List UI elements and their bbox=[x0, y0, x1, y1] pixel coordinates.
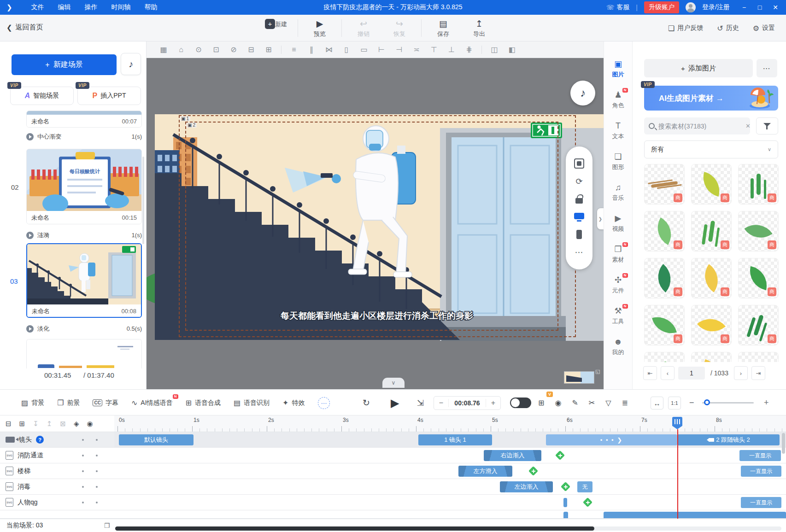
transition-row[interactable]: 涟漪1(s) bbox=[26, 229, 142, 241]
layer-tool-button[interactable]: ∿ AI情感语音 N bbox=[131, 398, 173, 407]
track-row[interactable]: SVG 消毒 bbox=[0, 479, 114, 495]
phone-view-icon[interactable] bbox=[574, 229, 584, 240]
timeline-clip[interactable] bbox=[528, 466, 538, 476]
smart-scene-button[interactable]: A智能场景 bbox=[10, 87, 74, 105]
zoom-in-button[interactable]: + bbox=[764, 390, 769, 416]
toolbar-action-button[interactable]: ▶预览 bbox=[302, 17, 338, 38]
track-row[interactable]: 镜头 ? bbox=[0, 432, 114, 448]
close-button[interactable]: ✕ bbox=[768, 4, 783, 11]
last-page-button[interactable]: ⇥ bbox=[751, 366, 765, 380]
timeline-clip[interactable]: 左边渐入 bbox=[500, 481, 553, 492]
replay-button[interactable]: ↻ bbox=[363, 390, 370, 416]
timeline-clip[interactable]: 默认镜头 bbox=[119, 434, 194, 445]
asset-tab[interactable]: ♫ 音乐 bbox=[604, 177, 633, 208]
scene-music-fab[interactable]: ♪ bbox=[570, 81, 595, 105]
asset-item[interactable]: 商 bbox=[738, 305, 779, 345]
canvas-workspace[interactable]: 每天都能看到他走遍小区楼层进行消杀工作的身影 ▣1 ▣2 ♪ ⟳ ⋯ ❯ ◱ ∨ bbox=[147, 58, 604, 389]
asset-item[interactable]: 商 bbox=[691, 305, 732, 345]
more-options-icon[interactable]: ⋯ bbox=[574, 247, 584, 257]
scene-card-2[interactable]: 每日核酸统计 未命名00:15 bbox=[26, 149, 142, 224]
settings-button[interactable]: ⚙设置 bbox=[753, 24, 775, 33]
asset-tab[interactable]: ✣ 元件 N bbox=[604, 269, 633, 300]
copy-icon[interactable]: ◫ bbox=[487, 45, 502, 54]
play-button[interactable]: ▶ bbox=[391, 390, 399, 416]
track-dot-button[interactable] bbox=[96, 470, 98, 472]
timeline-clip[interactable]: 1 镜头 1 bbox=[418, 434, 492, 445]
toolbar-action-button[interactable]: ↪恢复 bbox=[381, 17, 417, 38]
layer-tool-button[interactable]: ▤ 语音识别 bbox=[234, 398, 270, 407]
timeline-clip[interactable] bbox=[555, 450, 565, 460]
toolbar-action-button[interactable]: ↥导出 bbox=[461, 17, 497, 38]
layer-tool-button[interactable]: ❐ 前景 bbox=[57, 398, 80, 407]
filter-button[interactable] bbox=[756, 117, 778, 134]
asset-item[interactable]: 商 bbox=[738, 258, 779, 298]
more-button[interactable]: ⋯ bbox=[757, 59, 777, 77]
timeline-clip[interactable]: 一直显示 bbox=[739, 450, 781, 461]
actual-size-button[interactable]: 1:1 bbox=[668, 397, 681, 409]
lock-track-icon[interactable]: ◈ bbox=[74, 420, 79, 428]
track-lane[interactable]: 右边渐入 一直显示 bbox=[114, 448, 786, 463]
asset-item[interactable]: 商 bbox=[691, 258, 732, 298]
layer-tool-button[interactable]: ✦ 特效 bbox=[282, 398, 305, 407]
mini-preview[interactable] bbox=[564, 371, 594, 384]
ai-generate-banner[interactable]: AI生成图片素材 → bbox=[644, 86, 778, 111]
next-page-button[interactable]: › bbox=[734, 366, 748, 380]
menu-item[interactable]: 帮助 bbox=[138, 3, 164, 12]
fit-timeline-button[interactable]: ↔ bbox=[651, 397, 663, 409]
prev-page-button[interactable]: ‹ bbox=[661, 366, 675, 380]
current-time-value[interactable]: 00:08.76 bbox=[449, 399, 486, 407]
border-vertical-icon[interactable]: ▯ bbox=[339, 45, 354, 54]
transition-row[interactable]: 淡化0.5(s) bbox=[26, 322, 142, 335]
timeline-clip[interactable]: 无 bbox=[577, 481, 592, 492]
track-dot-button[interactable] bbox=[82, 486, 84, 488]
timeline-zoom-slider[interactable] bbox=[702, 402, 754, 403]
menu-item[interactable]: 时间轴 bbox=[105, 3, 138, 12]
monitor-view-icon[interactable] bbox=[574, 212, 584, 222]
asset-item[interactable]: 商 bbox=[644, 352, 685, 362]
track-row[interactable]: SVG 人物qg bbox=[0, 495, 114, 510]
asset-item[interactable]: 商 bbox=[644, 305, 685, 345]
timeline-clip[interactable]: • • • ❯ bbox=[546, 434, 677, 445]
asset-item[interactable]: 商 bbox=[691, 211, 732, 251]
edit-note-button[interactable]: ✎ bbox=[572, 398, 578, 407]
track-dot-button[interactable] bbox=[96, 502, 98, 503]
timeline-clip[interactable] bbox=[604, 512, 786, 519]
asset-item[interactable]: 商 bbox=[644, 164, 685, 205]
track-dot-button[interactable] bbox=[96, 455, 98, 456]
zoom-out-button[interactable]: − bbox=[689, 390, 694, 416]
align-middle-icon[interactable]: ≍ bbox=[409, 45, 424, 54]
track-lane-camera[interactable]: 默认镜头 1 镜头 1 • • • ❯ 2 跟随镜头 2 bbox=[114, 432, 786, 448]
paste-icon[interactable]: ◧ bbox=[504, 45, 520, 54]
insert-ppt-button[interactable]: P插入PPT bbox=[77, 87, 141, 105]
page-input[interactable]: 1 bbox=[678, 367, 705, 380]
move-to-scene-icon[interactable]: ⊟ bbox=[6, 420, 12, 428]
asset-item[interactable]: 商 bbox=[738, 352, 779, 362]
keyframe-button[interactable]: ⊞ bbox=[538, 398, 544, 407]
copy-scene-icon[interactable]: ❐ bbox=[104, 522, 110, 529]
asset-tab[interactable]: ❐ 素材 N bbox=[604, 239, 633, 269]
maximize-button[interactable]: □ bbox=[752, 4, 768, 11]
flip-rotate-icon[interactable]: ⟳ bbox=[574, 176, 584, 187]
unlock-icon[interactable]: ⊘ bbox=[226, 45, 241, 54]
scene-card-3-selected[interactable]: 未命名00:08 bbox=[26, 243, 142, 318]
help-icon[interactable]: ? bbox=[36, 436, 44, 444]
lock-icon[interactable]: ⊡ bbox=[208, 45, 224, 54]
scene-music-button[interactable]: ♪ bbox=[121, 53, 141, 75]
avatar[interactable] bbox=[686, 2, 696, 12]
asset-item[interactable]: 商 bbox=[691, 352, 732, 362]
delete-icon[interactable]: ⊟ bbox=[243, 45, 259, 54]
track-lane[interactable]: 左边渐入 无 bbox=[114, 479, 786, 495]
asset-tab[interactable]: ❏ 图形 bbox=[604, 146, 633, 177]
timeline-vertical-scrollbar[interactable] bbox=[782, 433, 785, 454]
split-clip-button[interactable]: ✂ bbox=[589, 398, 595, 407]
asset-item[interactable]: 商 bbox=[644, 211, 685, 251]
border-horizontal-icon[interactable]: ▭ bbox=[356, 45, 372, 54]
move-up-icon[interactable]: ↥ bbox=[47, 420, 53, 428]
track-lane[interactable]: 左方滑入 一直显示 bbox=[114, 463, 786, 479]
timeline-clip[interactable]: 右边渐入 bbox=[484, 450, 541, 461]
timeline-clip[interactable]: 一直显示 bbox=[741, 497, 781, 508]
toolbar-action-button[interactable]: +新建 bbox=[258, 17, 294, 29]
scenes-scrollbar[interactable] bbox=[142, 157, 144, 244]
toolbar-action-button[interactable]: ↩撤销 bbox=[346, 17, 381, 38]
minimize-button[interactable]: − bbox=[736, 4, 752, 11]
